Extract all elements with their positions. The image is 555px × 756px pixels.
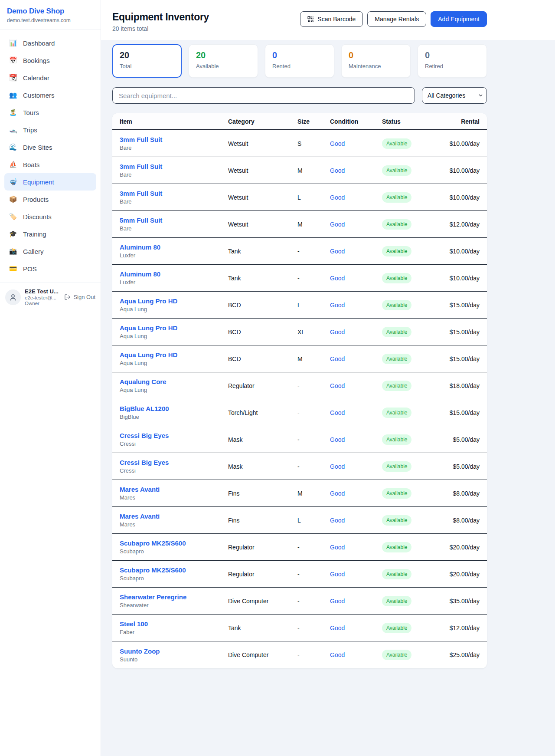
- item-condition-link[interactable]: Good: [330, 382, 382, 389]
- stat-label: Retired: [425, 63, 480, 69]
- item-rental-price: $10.00/day: [443, 140, 480, 147]
- status-badge: Available: [382, 542, 411, 552]
- sidebar-item-customers[interactable]: 👥 Customers: [4, 86, 96, 104]
- item-name-link[interactable]: Cressi Big Eyes: [120, 459, 228, 466]
- item-brand: Bare: [120, 145, 228, 151]
- item-condition-link[interactable]: Good: [330, 194, 382, 201]
- user-role: Owner: [25, 301, 60, 306]
- brand-link[interactable]: Demo Dive Shop demo.test.divestreams.com: [0, 0, 101, 30]
- sidebar-item-dive-sites[interactable]: 🌊 Dive Sites: [4, 138, 96, 156]
- item-condition-link[interactable]: Good: [330, 140, 382, 147]
- stat-card-maintenance[interactable]: 0 Maintenance: [341, 44, 411, 78]
- item-condition-link[interactable]: Good: [330, 463, 382, 470]
- item-condition-link[interactable]: Good: [330, 302, 382, 309]
- item-name-link[interactable]: Aqualung Core: [120, 378, 228, 385]
- item-name-link[interactable]: Scubapro MK25/S600: [120, 539, 228, 547]
- item-rental-price: $10.00/day: [443, 167, 480, 174]
- item-name-link[interactable]: Scubapro MK25/S600: [120, 566, 228, 574]
- table-row: 5mm Full Suit Bare Wetsuit M Good Availa…: [112, 211, 487, 238]
- camera-flash-icon: 📸: [9, 247, 17, 255]
- sidebar-item-label: Bookings: [23, 57, 50, 64]
- item-brand: Luxfer: [120, 279, 228, 286]
- item-condition-link[interactable]: Good: [330, 409, 382, 416]
- stat-card-available[interactable]: 20 Available: [189, 44, 258, 78]
- sidebar-item-equipment[interactable]: 🤿 Equipment: [4, 173, 96, 191]
- sidebar-item-label: Tours: [23, 109, 39, 116]
- brand-name: Demo Dive Shop: [7, 7, 94, 16]
- sidebar-item-trips[interactable]: 🛥️ Trips: [4, 121, 96, 138]
- item-size: -: [297, 651, 330, 658]
- label-tag-icon: 🏷️: [9, 213, 17, 220]
- item-condition-link[interactable]: Good: [330, 329, 382, 335]
- scan-barcode-button[interactable]: Scan Barcode: [300, 11, 363, 27]
- package-icon: 📦: [9, 195, 17, 203]
- item-name-link[interactable]: Suunto Zoop: [120, 648, 228, 655]
- item-size: -: [297, 436, 330, 443]
- sidebar-item-products[interactable]: 📦 Products: [4, 191, 96, 208]
- item-condition-link[interactable]: Good: [330, 167, 382, 174]
- item-condition-link[interactable]: Good: [330, 598, 382, 605]
- stat-card-retired[interactable]: 0 Retired: [418, 44, 487, 78]
- item-condition-link[interactable]: Good: [330, 436, 382, 443]
- item-condition-link[interactable]: Good: [330, 248, 382, 255]
- sidebar-item-calendar[interactable]: 📆 Calendar: [4, 69, 96, 86]
- sidebar-item-tours[interactable]: 🏝️ Tours: [4, 104, 96, 121]
- item-name-link[interactable]: Cressi Big Eyes: [120, 432, 228, 439]
- table-body: 3mm Full Suit Bare Wetsuit S Good Availa…: [112, 130, 487, 668]
- item-condition-link[interactable]: Good: [330, 490, 382, 497]
- item-brand: Mares: [120, 494, 228, 501]
- item-condition-link[interactable]: Good: [330, 571, 382, 578]
- item-condition-link[interactable]: Good: [330, 651, 382, 658]
- sidebar-item-gallery[interactable]: 📸 Gallery: [4, 243, 96, 260]
- item-name-link[interactable]: Steel 100: [120, 620, 228, 628]
- item-name-link[interactable]: Aluminum 80: [120, 270, 228, 278]
- item-name-link[interactable]: 5mm Full Suit: [120, 217, 228, 224]
- item-name-link[interactable]: Shearwater Peregrine: [120, 593, 228, 601]
- stat-card-total[interactable]: 20 Total: [112, 44, 182, 78]
- column-header-size: Size: [297, 118, 330, 125]
- item-name-link[interactable]: 3mm Full Suit: [120, 163, 228, 170]
- sidebar-item-pos[interactable]: 💳 POS: [4, 260, 96, 277]
- sidebar-nav: 📊 Dashboard 📅 Bookings 📆 Calendar 👥 Cust…: [0, 30, 101, 281]
- item-condition-link[interactable]: Good: [330, 275, 382, 282]
- item-name-link[interactable]: 3mm Full Suit: [120, 136, 228, 143]
- item-condition-link[interactable]: Good: [330, 625, 382, 631]
- item-condition-link[interactable]: Good: [330, 517, 382, 524]
- item-name-link[interactable]: Aqua Lung Pro HD: [120, 351, 228, 358]
- sidebar-item-bookings[interactable]: 📅 Bookings: [4, 52, 96, 69]
- bar-chart-icon: 📊: [9, 39, 17, 47]
- manage-rentals-button[interactable]: Manage Rentals: [367, 11, 426, 27]
- category-select[interactable]: All Categories: [422, 87, 487, 104]
- item-name-link[interactable]: Mares Avanti: [120, 513, 228, 520]
- item-name-link[interactable]: 3mm Full Suit: [120, 190, 228, 197]
- item-rental-price: $35.00/day: [443, 598, 480, 605]
- item-size: M: [297, 355, 330, 362]
- status-badge: Available: [382, 434, 411, 445]
- sidebar-item-discounts[interactable]: 🏷️ Discounts: [4, 208, 96, 225]
- item-size: S: [297, 140, 330, 147]
- item-name-link[interactable]: Aluminum 80: [120, 243, 228, 251]
- sidebar-item-boats[interactable]: ⛵ Boats: [4, 156, 96, 173]
- item-size: M: [297, 167, 330, 174]
- table-row: Mares Avanti Mares Fins L Good Available…: [112, 507, 487, 534]
- equipment-table: Item Category Size Condition Status Rent…: [112, 113, 487, 668]
- item-brand: Mares: [120, 521, 228, 528]
- stat-card-rented[interactable]: 0 Rented: [265, 44, 334, 78]
- sidebar-item-dashboard[interactable]: 📊 Dashboard: [4, 34, 96, 52]
- item-name-link[interactable]: BigBlue AL1200: [120, 405, 228, 412]
- item-category: Dive Computer: [228, 598, 297, 605]
- item-condition-link[interactable]: Good: [330, 221, 382, 228]
- add-equipment-button[interactable]: Add Equipment: [431, 11, 487, 27]
- sign-out-button[interactable]: Sign Out: [64, 294, 95, 300]
- item-condition-link[interactable]: Good: [330, 544, 382, 551]
- item-name-link[interactable]: Mares Avanti: [120, 486, 228, 493]
- island-icon: 🏝️: [9, 108, 17, 116]
- search-input[interactable]: [112, 87, 415, 104]
- credit-card-icon: 💳: [9, 265, 17, 273]
- sidebar-item-training[interactable]: 🎓 Training: [4, 225, 96, 243]
- status-badge: Available: [382, 165, 411, 176]
- item-name-link[interactable]: Aqua Lung Pro HD: [120, 297, 228, 305]
- motorboat-icon: 🛥️: [9, 126, 17, 134]
- item-name-link[interactable]: Aqua Lung Pro HD: [120, 324, 228, 332]
- item-condition-link[interactable]: Good: [330, 355, 382, 362]
